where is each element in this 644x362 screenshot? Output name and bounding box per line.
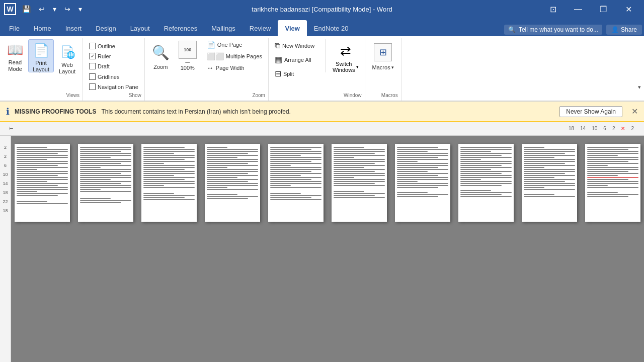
- zoom-group: 🔍 Zoom 100 — 100% 📄 One Page: [145, 38, 269, 101]
- qs-dropdown[interactable]: ▾: [76, 4, 84, 14]
- save-button[interactable]: 💾: [20, 4, 33, 14]
- show-label: Show: [129, 92, 141, 100]
- page-thumb-4[interactable]: [205, 144, 260, 222]
- views-label: Views: [66, 92, 80, 100]
- print-layout-button[interactable]: 📄 PrintLayout: [28, 39, 54, 72]
- new-window-icon: ⧉: [275, 41, 280, 50]
- page-thumb-10[interactable]: [585, 144, 640, 222]
- ruler-area: ⊢ 18 14 10 6 2 ✕ 2: [0, 122, 644, 136]
- page-thumb-1[interactable]: [15, 144, 70, 222]
- macros-button[interactable]: ⊞ Macros▾: [368, 39, 398, 72]
- search-icon: 🔍: [508, 26, 516, 33]
- ruler-numbers: 18 14 10 6 2 ✕ 2: [569, 126, 644, 131]
- zoom-button[interactable]: 🔍 Zoom: [148, 39, 174, 72]
- redo-button[interactable]: ↪: [62, 4, 72, 14]
- multiple-pages-button[interactable]: ⬜⬜ Multiple Pages: [204, 51, 265, 62]
- left-ruler-numbers: 2 2 6 10 14 18 22 18: [3, 143, 8, 215]
- tab-mailings[interactable]: Mailings: [204, 20, 243, 36]
- new-window-label: New Window: [282, 43, 314, 49]
- page-thumb-6[interactable]: [332, 144, 387, 222]
- web-layout-icon: 📄🌐: [60, 43, 74, 59]
- switch-windows-button[interactable]: ⇄ SwitchWindows ▾: [330, 39, 362, 72]
- page-thumb-2[interactable]: [78, 144, 133, 222]
- new-window-button[interactable]: ⧉ New Window: [272, 39, 322, 52]
- web-layout-button[interactable]: 📄🌐 WebLayout: [55, 39, 79, 72]
- tab-design[interactable]: Design: [89, 20, 123, 36]
- tab-endnote[interactable]: EndNote 20: [307, 20, 356, 36]
- arrange-all-label: Arrange All: [284, 57, 311, 63]
- zoom-icon: 🔍: [152, 44, 170, 61]
- outline-label: Outline: [98, 43, 115, 49]
- window-col2: ⇄ SwitchWindows ▾: [325, 39, 362, 72]
- print-layout-label: PrintLayout: [33, 60, 49, 73]
- tab-view[interactable]: View: [278, 20, 306, 36]
- ruler-label: Ruler: [98, 53, 111, 59]
- window-group: ⧉ New Window ▦ Arrange All ⊟ Split ⇄: [269, 38, 365, 101]
- notification-bar: ℹ MISSING PROOFING TOOLS This document c…: [0, 102, 644, 122]
- ribbon: File Home Insert Design Layout Reference…: [0, 18, 644, 102]
- split-button[interactable]: ⊟ Split: [272, 67, 322, 80]
- ribbon-content: 📖 ReadMode 📄 PrintLayout 📄🌐 WebLayout Vi…: [0, 36, 644, 101]
- notification-close-button[interactable]: ✕: [631, 107, 638, 116]
- draft-checkbox-row[interactable]: Draft: [86, 61, 126, 71]
- close-button[interactable]: ✕: [617, 0, 640, 18]
- tab-home[interactable]: Home: [27, 20, 58, 36]
- one-page-button[interactable]: 📄 One Page: [204, 39, 265, 50]
- window-label: Window: [344, 92, 362, 100]
- never-show-again-button[interactable]: Never Show Again: [559, 106, 622, 117]
- tab-insert[interactable]: Insert: [58, 20, 89, 36]
- page-thumb-9[interactable]: [522, 144, 577, 222]
- zoom-percent-label: 100%: [181, 65, 195, 71]
- nav-pane-checkbox[interactable]: [89, 83, 96, 90]
- outline-checkbox[interactable]: [89, 43, 96, 49]
- page-thumb-7[interactable]: [395, 144, 450, 222]
- read-mode-button[interactable]: 📖 ReadMode: [3, 39, 27, 72]
- outline-checkbox-row[interactable]: Outline: [86, 41, 126, 51]
- gridlines-checkbox-row[interactable]: Gridlines: [86, 72, 141, 81]
- share-button[interactable]: 👤 Share: [606, 25, 642, 35]
- show-group-content: Outline ✓ Ruler Draft Gridlines: [86, 39, 141, 92]
- nav-pane-checkbox-row[interactable]: Navigation Pane: [86, 82, 141, 92]
- zoom-percent-button[interactable]: 100 — 100%: [175, 39, 201, 72]
- zoom-options-col: 📄 One Page ⬜⬜ Multiple Pages ↔ Page Widt…: [202, 39, 265, 73]
- window-title: tarikhche badansazi [Compatibility Mode]…: [252, 6, 392, 13]
- page-thumb-8[interactable]: [458, 144, 514, 222]
- tab-review[interactable]: Review: [243, 20, 278, 36]
- tab-file[interactable]: File: [2, 20, 27, 36]
- zoom-group-content: 🔍 Zoom 100 — 100% 📄 One Page: [148, 39, 265, 92]
- tab-references[interactable]: References: [157, 20, 204, 36]
- document-area[interactable]: [11, 136, 644, 362]
- undo-dropdown[interactable]: ▾: [51, 4, 58, 14]
- page-thumb-5[interactable]: [268, 144, 324, 222]
- left-ruler: 2 2 6 10 14 18 22 18: [0, 136, 11, 362]
- macros-icon: ⊞: [374, 43, 392, 61]
- ruler-checkbox[interactable]: ✓: [89, 53, 96, 59]
- search-box[interactable]: 🔍 Tell me what you want to do...: [504, 25, 602, 35]
- macros-label: Macros▾: [372, 64, 394, 70]
- ribbon-expander[interactable]: ▾: [637, 84, 644, 101]
- page-width-button[interactable]: ↔ Page Width: [204, 62, 265, 73]
- arrange-all-button[interactable]: ▦ Arrange All: [272, 53, 322, 66]
- switch-windows-label: SwitchWindows: [333, 61, 355, 73]
- page-thumb-3[interactable]: [141, 144, 197, 222]
- notification-text: This document contains text in Persian (…: [101, 108, 554, 115]
- thumbnails-row: [11, 144, 644, 222]
- print-layout-icon: 📄: [33, 44, 49, 57]
- restore-down-button[interactable]: ⊡: [541, 0, 565, 18]
- zoom-label: Zoom: [153, 64, 168, 70]
- undo-button[interactable]: ↩: [37, 4, 47, 14]
- maximize-button[interactable]: ❐: [592, 0, 615, 18]
- show-col2: Gridlines Navigation Pane: [86, 72, 141, 92]
- nav-pane-label: Navigation Pane: [98, 84, 138, 90]
- ruler-checkbox-row[interactable]: ✓ Ruler: [86, 51, 126, 61]
- views-group-content: 📖 ReadMode 📄 PrintLayout 📄🌐 WebLayout: [3, 39, 79, 92]
- word-icon: W: [4, 3, 16, 15]
- draft-checkbox[interactable]: [89, 63, 96, 69]
- minimize-button[interactable]: —: [567, 0, 590, 18]
- show-col1: Outline ✓ Ruler Draft: [86, 41, 126, 71]
- gridlines-checkbox[interactable]: [89, 73, 96, 80]
- split-label: Split: [283, 71, 294, 77]
- tab-layout[interactable]: Layout: [123, 20, 157, 36]
- page-width-label: Page Width: [216, 65, 245, 71]
- title-bar-left: W 💾 ↩ ▾ ↪ ▾: [4, 3, 84, 15]
